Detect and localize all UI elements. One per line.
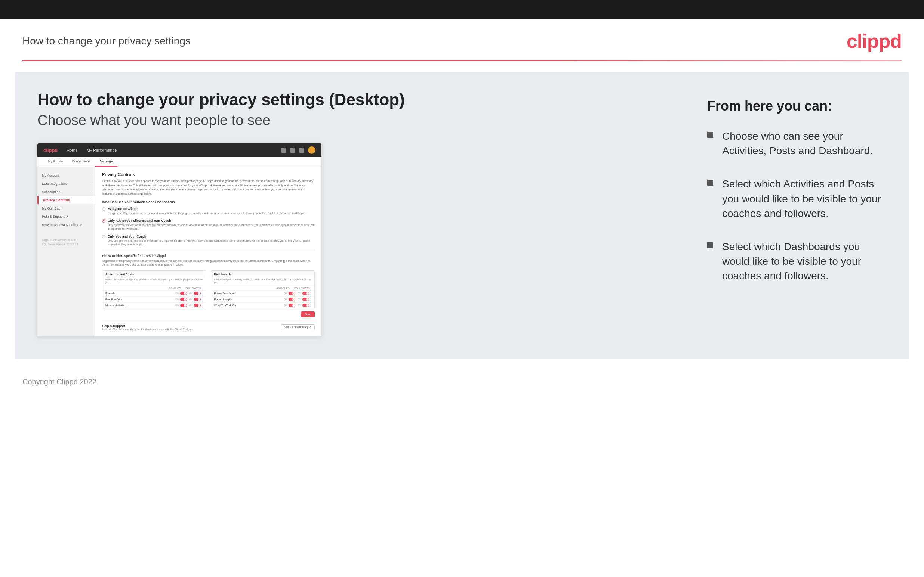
mock-col-dash-coaches: COACHES — [275, 287, 291, 289]
header: How to change your privacy settings clip… — [0, 19, 924, 60]
mock-dashboards-cols: COACHES FOLLOWERS — [211, 285, 315, 290]
mock-rounds-coach-toggle: ON — [175, 292, 187, 295]
mock-dashboards-table: Dashboards Select the types of activity … — [211, 271, 315, 308]
mock-save-row: Save — [102, 308, 315, 319]
header-title: How to change your privacy settings — [23, 35, 191, 47]
mock-sidebar-golf-bag: My Golf Bag› — [37, 204, 95, 213]
mock-drills-coach-toggle: ON — [175, 298, 187, 301]
mock-insights-follower-toggle: ON — [297, 298, 309, 301]
clippd-logo: clippd — [846, 30, 901, 52]
mock-radio-everyone: Everyone on Clippd Everyone on Clippd ca… — [102, 207, 315, 215]
mock-activity-drills-name: Practice Drills — [105, 298, 175, 301]
bullet-text-2: Select which Activities and Posts you wo… — [722, 177, 887, 221]
bullet-text-3: Select which Dashboards you would like t… — [722, 239, 887, 284]
mock-help-title: Help & Support — [102, 324, 193, 328]
mock-dashboard-player-name: Player Dashboard — [214, 292, 284, 295]
mock-user-avatar — [308, 147, 315, 154]
mock-dashboard-player: Player Dashboard ON ON — [211, 290, 315, 296]
bullet-list: Choose who can see your Activities, Post… — [707, 129, 887, 284]
mock-manual-coach-toggle: ON — [175, 304, 187, 307]
bullet-icon-3 — [707, 242, 713, 248]
mock-help-row: Help & Support Visit our Clippd communit… — [102, 321, 315, 331]
mock-sidebar-subscription: Subscription› — [37, 188, 95, 196]
mock-show-hide-title: Show or hide specific features in Clippd — [102, 254, 315, 258]
mock-activities-table: Activities and Posts Select the types of… — [102, 271, 206, 308]
mock-col-coaches: COACHES — [167, 287, 183, 289]
bullet-icon-1 — [707, 132, 713, 138]
mock-insights-coach-label: ON — [284, 298, 288, 301]
mock-help-desc: Visit our Clippd community to troublesho… — [102, 328, 193, 330]
mock-player-follower-switch — [302, 292, 309, 295]
mock-rounds-coach-label: ON — [175, 292, 179, 295]
mock-col-followers: FOLLOWERS — [184, 287, 203, 289]
bullet-icon-2 — [707, 180, 713, 185]
mock-drills-follower-switch — [194, 298, 201, 301]
mock-manual-coach-label: ON — [175, 304, 179, 306]
mock-workOn-coach-switch — [289, 304, 295, 307]
mock-search-icon — [281, 148, 286, 153]
mock-bell-icon — [299, 148, 304, 153]
left-column: How to change your privacy settings (Des… — [37, 91, 677, 337]
mock-logo: clippd — [44, 148, 58, 153]
mock-tab-settings: Settings — [95, 157, 117, 166]
mock-activity-manual-name: Manual Activities — [105, 304, 175, 307]
mock-radio-everyone-desc: Everyone on Clippd can search for you an… — [108, 211, 315, 215]
mock-insights-follower-switch — [302, 298, 309, 301]
mock-radio-followers: Only Approved Followers and Your Coach O… — [102, 219, 315, 231]
mock-player-coach-switch — [289, 292, 295, 295]
mock-workOn-follower-label: ON — [297, 304, 301, 306]
mock-radio-group: Everyone on Clippd Everyone on Clippd ca… — [102, 207, 315, 246]
mock-radio-only-you-btn — [102, 235, 105, 238]
mock-sidebar-privacy-policy: Service & Privacy Policy ↗ — [37, 221, 95, 229]
mock-radio-only-you-content: Only You and Your Coach Only you and the… — [108, 235, 315, 247]
mock-community-button[interactable]: Visit Our Community ↗ — [281, 324, 315, 330]
mock-dashboard-workOn: What To Work On ON ON — [211, 302, 315, 308]
right-column: From here you can: Choose who can see yo… — [707, 91, 887, 337]
mock-insights-coach-switch — [289, 298, 295, 301]
mock-radio-everyone-label: Everyone on Clippd — [108, 207, 315, 211]
mock-nav-performance: My Performance — [87, 148, 117, 152]
mock-radio-everyone-content: Everyone on Clippd Everyone on Clippd ca… — [108, 207, 315, 215]
mock-sidebar-privacy-controls: Privacy Controls› — [37, 196, 95, 204]
mock-manual-follower-toggle: ON — [189, 304, 201, 307]
mock-workOn-coach-label: ON — [284, 304, 288, 306]
mock-nav-home: Home — [66, 148, 78, 152]
mock-rounds-follower-toggle: ON — [189, 292, 201, 295]
mock-manual-coach-switch — [180, 304, 187, 307]
mock-player-follower-label: ON — [297, 292, 301, 295]
mock-workOn-follower-toggle: ON — [297, 304, 309, 307]
bullet-item-2: Select which Activities and Posts you wo… — [707, 177, 887, 221]
mock-save-button[interactable]: Save — [301, 311, 315, 317]
mock-workOn-coach-toggle: ON — [284, 304, 296, 307]
mock-player-follower-toggle: ON — [297, 292, 309, 295]
mock-body: My Account› Data Integrations› Subscript… — [37, 167, 321, 337]
mock-activity-drills: Practice Drills ON ON — [102, 296, 206, 302]
mock-activity-rounds-name: Rounds — [105, 292, 175, 295]
mock-radio-only-you-desc: Only you and the coaches you connect wit… — [108, 239, 315, 247]
mock-rounds-follower-label: ON — [189, 292, 193, 295]
mock-dashboards-header: Dashboards — [211, 271, 315, 277]
copyright-text: Copyright Clippd 2022 — [23, 377, 97, 386]
mock-radio-followers-label: Only Approved Followers and Your Coach — [108, 219, 315, 222]
mock-help-content: Help & Support Visit our Clippd communit… — [102, 324, 193, 330]
mock-divider — [102, 250, 315, 250]
mock-settings-icon — [290, 148, 295, 153]
mock-dashboard-workOn-name: What To Work On — [214, 304, 284, 307]
mock-sidebar: My Account› Data Integrations› Subscript… — [37, 167, 95, 337]
bullet-item-1: Choose who can see your Activities, Post… — [707, 129, 887, 158]
mock-activity-manual: Manual Activities ON ON — [102, 302, 206, 308]
mock-col-dashboard — [214, 287, 275, 289]
mock-nav-icons — [281, 147, 315, 154]
mock-dashboard-insights: Round Insights ON ON — [211, 296, 315, 302]
bullet-text-1: Choose who can see your Activities, Post… — [722, 129, 887, 158]
main-content: How to change your privacy settings (Des… — [15, 72, 909, 359]
mock-col-dash-followers: FOLLOWERS — [293, 287, 311, 289]
mock-drills-follower-toggle: ON — [189, 298, 201, 301]
mock-sidebar-help-support: Help & Support ↗ — [37, 213, 95, 221]
screenshot-mockup: clippd Home My Performance My Profile Co… — [37, 143, 321, 337]
mock-activities-header: Activities and Posts — [102, 271, 206, 277]
mock-dashboards-desc: Select the types of activity that you'd … — [211, 277, 315, 285]
mock-radio-everyone-btn — [102, 207, 105, 211]
page-subheading: Choose what you want people to see — [37, 113, 677, 129]
mock-subnav: My Profile Connections Settings — [37, 157, 321, 167]
